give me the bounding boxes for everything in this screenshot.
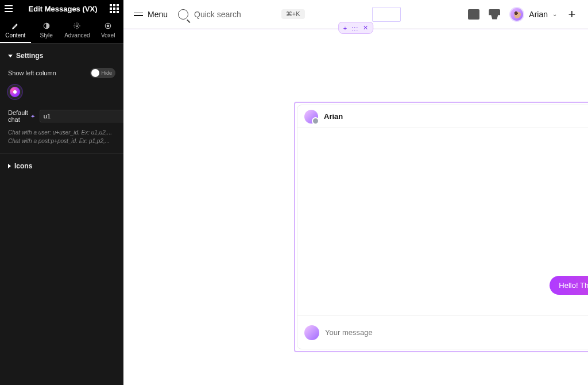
icons-section-header[interactable]: Icons — [8, 162, 115, 170]
composer-placeholder[interactable]: Your message — [325, 328, 588, 337]
menu-button[interactable]: Menu — [134, 10, 168, 19]
contrast-icon — [42, 22, 51, 30]
tab-voxel[interactable]: Voxel — [92, 17, 123, 43]
default-chat-input[interactable] — [40, 110, 127, 122]
pencil-icon — [11, 22, 20, 30]
user-name: Arian — [529, 10, 548, 19]
message-bubble-outgoing: Hello! Thank for created Voxel theme — [550, 276, 588, 295]
show-left-column-row: Show left column Hide — [8, 68, 115, 78]
section-divider — [0, 153, 123, 154]
topbar-right: Arian ⌄ + — [468, 7, 578, 22]
caret-down-icon — [8, 55, 13, 57]
sidebar-tabs: Content Style Advanced Voxel — [0, 17, 123, 44]
chat-body: Hello! Thank for created Voxel theme Tod… — [297, 128, 588, 315]
section-handle[interactable]: + ::: ✕ — [338, 22, 374, 34]
user-menu[interactable]: Arian ⌄ — [509, 7, 557, 22]
quick-search[interactable]: Quick search ⌘+K — [178, 9, 304, 20]
search-icon — [178, 9, 188, 20]
section-close-icon[interactable]: ✕ — [363, 24, 368, 32]
caret-right-icon — [8, 164, 11, 168]
tab-advanced[interactable]: Advanced — [62, 17, 93, 43]
show-left-column-label: Show left column — [8, 70, 56, 76]
selected-placeholder-box[interactable] — [372, 7, 401, 22]
widget-selection-outline[interactable]: Arian Hello! Thank for created Voxel the… — [294, 102, 588, 352]
apps-grid-icon[interactable] — [110, 4, 119, 13]
composer-avatar — [304, 325, 319, 340]
chevron-down-icon: ⌄ — [552, 11, 557, 17]
sidebar-title: Edit Messages (VX) — [16, 5, 110, 13]
preview-canvas: Menu Quick search ⌘+K Arian ⌄ + + ::: ✕ — [123, 0, 588, 385]
target-icon — [104, 22, 112, 30]
section-drag-icon[interactable]: ::: — [351, 25, 358, 32]
settings-section-header[interactable]: Settings — [8, 52, 115, 60]
default-chat-help: Chat with a user: u+user_id. Ex: u1,u2,.… — [8, 129, 115, 145]
gear-icon — [73, 22, 81, 30]
chat-header-name: Arian — [324, 112, 343, 121]
topbar-left: Menu Quick search ⌘+K — [134, 9, 305, 20]
avatar — [509, 7, 524, 22]
hamburger-icon[interactable] — [5, 5, 16, 12]
svg-point-3 — [107, 25, 109, 27]
show-left-column-toggle[interactable]: Hide — [90, 68, 115, 78]
editor-sidebar: Edit Messages (VX) Content Style Advance… — [0, 0, 123, 385]
tab-style[interactable]: Style — [31, 17, 62, 43]
chat-header: Arian — [297, 105, 588, 128]
default-chat-label: Default chat ✦ — [8, 109, 35, 123]
search-shortcut: ⌘+K — [281, 9, 305, 19]
default-chat-row: Default chat ✦ — [8, 109, 115, 123]
tab-content[interactable]: Content — [0, 17, 31, 43]
svg-point-1 — [76, 25, 79, 27]
toggle-knob — [91, 69, 99, 77]
accent-color-picker[interactable] — [8, 85, 22, 99]
message-timestamp: Today at 5:37 pm — [550, 298, 588, 305]
toggle-text: Hide — [101, 70, 112, 76]
messages-widget: Arian Hello! Thank for created Voxel the… — [297, 105, 588, 349]
section-add-icon[interactable]: + — [343, 25, 347, 32]
chat-header-avatar[interactable] — [304, 110, 318, 124]
sidebar-body: Settings Show left column Hide Default c… — [0, 44, 123, 178]
search-placeholder: Quick search — [194, 10, 241, 19]
chat-composer: Your message — [297, 315, 588, 349]
add-button[interactable]: + — [566, 9, 578, 20]
sidebar-topbar: Edit Messages (VX) — [0, 0, 123, 17]
image-upload-icon[interactable] — [468, 9, 479, 20]
dynamic-tag-icon[interactable]: ✦ — [30, 113, 35, 120]
inbox-icon[interactable] — [489, 9, 500, 20]
topbar-center — [315, 7, 458, 22]
menu-icon — [134, 13, 143, 16]
message-group: Hello! Thank for created Voxel theme Tod… — [550, 276, 588, 305]
